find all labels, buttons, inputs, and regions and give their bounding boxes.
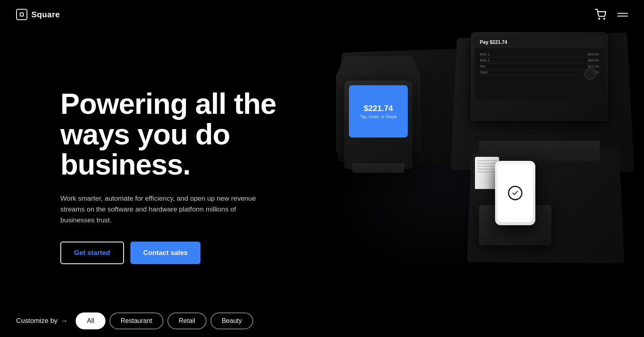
filter-retail[interactable]: Retail: [167, 312, 206, 329]
item1-name: Item 1: [480, 52, 490, 56]
square-logo-icon: [16, 9, 27, 20]
register-line-3: Tax $12.24: [480, 64, 599, 70]
cart-icon[interactable]: [595, 9, 606, 20]
hero-section: Powering all the ways you do business. W…: [0, 0, 644, 337]
customize-bar: Customize by → All Restaurant Retail Bea…: [0, 305, 644, 337]
customize-label-text: Customize by: [16, 317, 58, 325]
receipt-line-2: [477, 163, 497, 164]
device-terminal: $221.74 Tap, Insert, or Swipe: [330, 56, 427, 169]
tax-name: Tax: [480, 64, 485, 68]
terminal-tap-text: Tap, Insert, or Swipe: [360, 115, 396, 119]
receipt-line-5: [477, 171, 497, 173]
tax-price: $12.24: [588, 64, 599, 68]
menu-line-1: [617, 13, 628, 14]
menu-icon[interactable]: [617, 13, 628, 16]
receipt-line-1: [477, 160, 497, 161]
register-line-1: Item 1 $45.00: [480, 51, 599, 58]
register-line-2: Item 2 $89.50: [480, 58, 599, 64]
receipt-line-3: [477, 166, 497, 167]
hero-subtitle: Work smarter, automate for efficiency, a…: [60, 193, 270, 226]
register-display: Pay $221.74 Item 1 $45.00 Item 2 $89.50 …: [471, 32, 608, 121]
hero-title: Powering all the ways you do business.: [60, 89, 310, 180]
terminal-stand: [352, 163, 405, 173]
total-name: Total: [480, 70, 487, 74]
filter-beauty[interactable]: Beauty: [211, 312, 253, 329]
terminal-body: $221.74 Tap, Insert, or Swipe: [344, 80, 413, 169]
check-circle-icon: [508, 186, 522, 200]
navigation: Square: [0, 0, 644, 29]
device-register: Pay $221.74 Item 1 $45.00 Item 2 $89.50 …: [447, 32, 608, 161]
item2-name: Item 2: [480, 58, 490, 62]
register-line-4: Total $221.74: [480, 70, 599, 76]
receipt-line-4: [477, 168, 497, 170]
register-screen: Pay $221.74 Item 1 $45.00 Item 2 $89.50 …: [475, 36, 604, 101]
reader-phone-screen: [497, 164, 533, 222]
contact-sales-button[interactable]: Contact sales: [130, 242, 201, 264]
reader-phone: [495, 161, 535, 225]
terminal-screen: $221.74 Tap, Insert, or Swipe: [349, 85, 408, 138]
svg-point-1: [604, 18, 605, 19]
terminal-amount: $221.74: [364, 104, 393, 113]
customize-label: Customize by →: [16, 317, 68, 325]
register-screen-header: Pay $221.74: [475, 36, 604, 48]
hero-content: Powering all the ways you do business. W…: [60, 89, 310, 264]
get-started-button[interactable]: Get started: [60, 242, 124, 264]
logo[interactable]: Square: [16, 9, 60, 20]
nav-actions: [595, 9, 628, 20]
device-reader: [471, 157, 584, 245]
filter-restaurant[interactable]: Restaurant: [109, 312, 163, 329]
item2-price: $89.50: [588, 58, 599, 62]
filter-pills: All Restaurant Retail Beauty: [76, 312, 253, 329]
register-button: [584, 68, 596, 80]
square-logo-inner: [20, 12, 24, 16]
hero-devices: $221.74 Tap, Insert, or Swipe Pay $221.7…: [298, 0, 644, 314]
hero-buttons: Get started Contact sales: [60, 242, 310, 264]
checkmark-icon: [512, 189, 519, 197]
customize-arrow: →: [61, 317, 68, 325]
logo-text: Square: [31, 10, 60, 19]
svg-point-0: [599, 18, 599, 19]
menu-line-2: [617, 16, 628, 16]
filter-all[interactable]: All: [76, 312, 105, 329]
item1-price: $45.00: [588, 52, 599, 56]
